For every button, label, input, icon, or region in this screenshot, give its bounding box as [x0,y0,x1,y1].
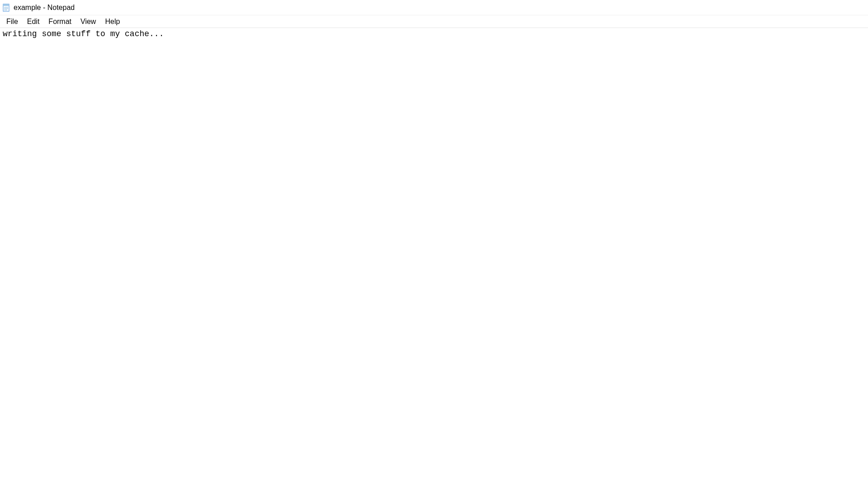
menu-edit[interactable]: Edit [23,16,44,27]
titlebar: example - Notepad [0,0,868,15]
notepad-icon [2,3,11,12]
editor-text[interactable]: writing some stuff to my cache... [3,29,865,487]
menubar: File Edit Format View Help [0,15,868,28]
menu-help[interactable]: Help [100,16,124,27]
menu-view[interactable]: View [76,16,100,27]
menu-format[interactable]: Format [44,16,76,27]
window-title: example - Notepad [14,4,75,12]
menu-file[interactable]: File [2,16,23,27]
svg-rect-1 [3,4,9,6]
editor-area[interactable]: writing some stuff to my cache... [0,28,868,488]
